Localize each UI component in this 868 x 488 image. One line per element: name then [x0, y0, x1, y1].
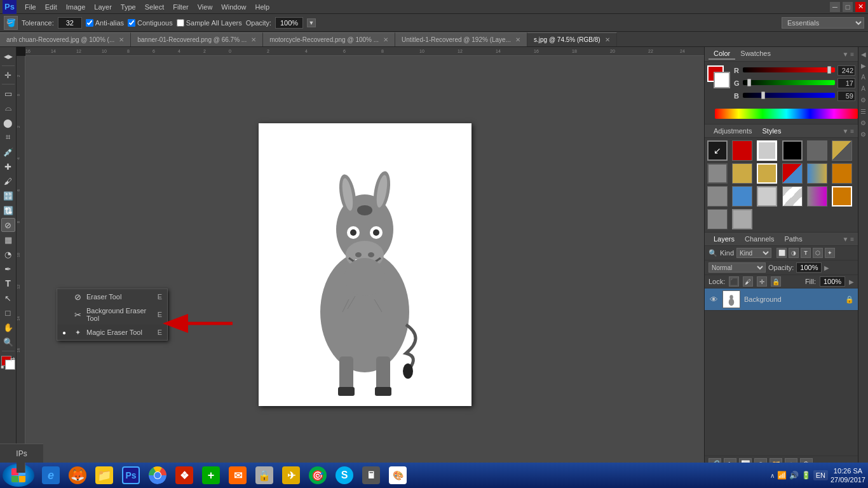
color-spectrum[interactable]: [715, 109, 858, 119]
toolbar-collapse[interactable]: ◀▶: [1, 50, 15, 64]
lasso-tool[interactable]: ⌓: [1, 101, 15, 115]
lock-all-btn[interactable]: 🔒: [771, 276, 781, 287]
layer-visibility-toggle[interactable]: 👁: [709, 294, 719, 304]
adj-collapse[interactable]: ▼ ≡: [842, 128, 854, 135]
brush-tool[interactable]: 🖌: [1, 174, 15, 188]
lock-transparent-btn[interactable]: ⬛: [729, 276, 739, 287]
menu-type[interactable]: Type: [116, 2, 140, 12]
taskbar-app8[interactable]: 🔒: [252, 464, 277, 487]
color-panel-collapse[interactable]: ▼ ≡: [842, 51, 854, 58]
opacity-input[interactable]: [275, 17, 303, 29]
background-eraser-item[interactable]: ✂ Background Eraser Tool E: [57, 304, 167, 325]
tray-language[interactable]: EN: [813, 470, 828, 480]
pen-tool[interactable]: ✒: [1, 262, 15, 276]
style-btn-0[interactable]: ↙: [707, 140, 728, 161]
background-color-box[interactable]: [714, 72, 730, 88]
close-button[interactable]: ✕: [855, 2, 865, 12]
tab-close-3[interactable]: ✕: [515, 36, 520, 43]
side-icon-1[interactable]: ◀: [859, 50, 868, 58]
dodge-tool[interactable]: ◔: [1, 247, 15, 261]
opacity-arrow[interactable]: ▶: [824, 264, 829, 271]
tab-close-2[interactable]: ✕: [383, 36, 388, 43]
move-tool[interactable]: ✛: [1, 68, 15, 82]
history-brush-tool[interactable]: 🔃: [1, 203, 15, 217]
menu-window[interactable]: Window: [217, 2, 250, 12]
gradient-tool[interactable]: ▦: [1, 233, 15, 247]
contiguous-checkbox[interactable]: [128, 19, 135, 27]
tray-clock[interactable]: 10:26 SA 27/09/2017: [831, 466, 865, 485]
taskbar-app7[interactable]: ✉: [225, 464, 250, 487]
layers-tab[interactable]: Layers: [709, 234, 740, 244]
taskbar-explorer[interactable]: 📁: [92, 464, 117, 487]
side-icon-7[interactable]: ⚙: [859, 118, 868, 127]
style-btn-17[interactable]: [832, 186, 852, 207]
reset-colors[interactable]: ■: [1, 364, 4, 370]
tolerance-input[interactable]: [58, 17, 82, 29]
marquee-tool[interactable]: ▭: [1, 86, 15, 100]
tab-close-0[interactable]: ✕: [119, 36, 124, 43]
opacity-blend-input[interactable]: [796, 262, 822, 273]
side-icon-5[interactable]: ⚙: [859, 95, 868, 104]
color-tab[interactable]: Color: [709, 48, 735, 60]
adjustments-tab[interactable]: Adjustments: [709, 126, 757, 136]
menu-filter[interactable]: Filter: [168, 2, 193, 12]
style-btn-10[interactable]: [807, 163, 827, 184]
style-btn-5[interactable]: [832, 140, 852, 161]
eraser-tool[interactable]: ⊘: [1, 218, 15, 232]
style-btn-19[interactable]: [732, 209, 752, 229]
magic-eraser-item[interactable]: ● ✦ Magic Eraser Tool E: [57, 325, 167, 340]
b-slider-thumb[interactable]: [761, 92, 765, 99]
tab-4[interactable]: s.jpg @ 74.5% (RGB/8) ✕: [527, 32, 617, 46]
style-btn-2[interactable]: [757, 140, 777, 161]
taskbar-chrome[interactable]: [145, 464, 170, 487]
type-tool[interactable]: T: [1, 276, 15, 290]
layer-background[interactable]: 👁 Background 🔒: [705, 288, 858, 311]
spot-healing-tool[interactable]: ✚: [1, 159, 15, 173]
style-btn-7[interactable]: [732, 163, 752, 184]
paths-tab[interactable]: Paths: [780, 234, 808, 244]
minimize-button[interactable]: ─: [830, 2, 840, 12]
tray-show-hidden[interactable]: ∧: [770, 472, 775, 479]
tab-close-4[interactable]: ✕: [605, 36, 610, 43]
zoom-tool[interactable]: 🔍: [1, 335, 15, 349]
r-slider-track[interactable]: [743, 67, 835, 74]
taskbar-app5[interactable]: ❖: [172, 464, 197, 487]
filter-smart-btn[interactable]: ✦: [825, 248, 835, 258]
opacity-dropdown[interactable]: ▼: [307, 18, 316, 27]
path-selection-tool[interactable]: ↖: [1, 291, 15, 305]
tool-options-icon[interactable]: 🪣: [4, 16, 18, 30]
tab-0[interactable]: anh chuan-Recovered.jpg @ 100% (... ✕: [0, 32, 131, 46]
b-slider-track[interactable]: [743, 93, 835, 99]
eraser-tool-item[interactable]: ⊘ Eraser Tool E: [57, 289, 167, 304]
r-slider-thumb[interactable]: [827, 66, 831, 74]
taskbar-firefox[interactable]: 🦊: [65, 464, 90, 487]
taskbar-ps[interactable]: Ps: [118, 464, 144, 487]
style-btn-11[interactable]: [832, 163, 852, 184]
g-slider-track[interactable]: [743, 80, 835, 86]
menu-image[interactable]: Image: [62, 2, 90, 12]
fill-arrow[interactable]: ▶: [849, 278, 854, 285]
fill-value-input[interactable]: [820, 276, 845, 287]
menu-file[interactable]: File: [20, 2, 41, 12]
side-icon-8[interactable]: ⚙: [859, 130, 868, 139]
menu-select[interactable]: Select: [140, 2, 169, 12]
filter-pixel-btn[interactable]: ⬜: [776, 248, 787, 258]
tab-3[interactable]: Untitled-1-Recovered @ 192% (Laye... ✕: [395, 32, 527, 46]
filter-shape-btn[interactable]: ⬡: [813, 248, 823, 258]
tab-2[interactable]: motorcycle-Recovered.png @ 100% ... ✕: [263, 32, 395, 46]
r-value-input[interactable]: [837, 65, 855, 76]
g-value-input[interactable]: [837, 78, 855, 88]
filter-type-btn[interactable]: T: [801, 248, 811, 258]
menu-edit[interactable]: Edit: [41, 2, 62, 12]
workspace-select[interactable]: Essentials: [782, 17, 864, 29]
menu-layer[interactable]: Layer: [90, 2, 116, 12]
style-btn-4[interactable]: [807, 140, 827, 161]
b-value-input[interactable]: [837, 91, 855, 101]
taskbar-ie[interactable]: e: [38, 464, 64, 487]
side-icon-3[interactable]: A: [859, 72, 868, 81]
style-btn-15[interactable]: [782, 186, 803, 207]
style-btn-8[interactable]: [757, 163, 777, 184]
style-btn-1[interactable]: [732, 140, 752, 161]
quick-select-tool[interactable]: ⬤: [1, 116, 15, 130]
layers-kind-select[interactable]: Kind: [736, 248, 771, 258]
